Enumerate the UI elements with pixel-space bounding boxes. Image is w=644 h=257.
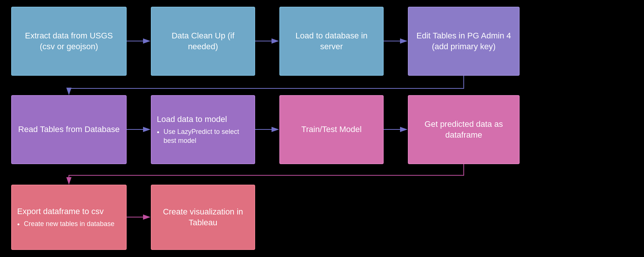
box-data-cleanup-label: Data Clean Up (if needed) bbox=[157, 31, 249, 52]
box-load-model-inner: Load data to model Use LazyPredict to se… bbox=[157, 101, 249, 158]
box-load-model: Load data to model Use LazyPredict to se… bbox=[151, 95, 255, 164]
box-edit-tables-label: Edit Tables in PG Admin 4 (add primary k… bbox=[414, 31, 514, 52]
box-load-model-bullet: Use LazyPredict to select best model bbox=[164, 128, 249, 145]
box-train-test: Train/Test Model bbox=[279, 95, 384, 164]
box-edit-tables: Edit Tables in PG Admin 4 (add primary k… bbox=[408, 7, 520, 76]
arrow-4-5 bbox=[69, 76, 464, 94]
box-export-csv: Export dataframe to csv Create new table… bbox=[11, 185, 127, 250]
box-load-model-title: Load data to model bbox=[157, 114, 227, 125]
box-load-model-list: Use LazyPredict to select best model bbox=[157, 128, 249, 145]
arrow-8-9 bbox=[69, 164, 464, 184]
box-data-cleanup: Data Clean Up (if needed) bbox=[151, 7, 255, 76]
box-export-csv-inner: Export dataframe to csv Create new table… bbox=[17, 191, 121, 244]
box-train-test-label: Train/Test Model bbox=[301, 124, 362, 135]
box-export-csv-bullet: Create new tables in database bbox=[24, 220, 114, 228]
box-read-tables-label: Read Tables from Database bbox=[18, 124, 120, 135]
box-export-csv-title: Export dataframe to csv bbox=[17, 206, 104, 217]
box-extract-data: Extract data from USGS (csv or geojson) bbox=[11, 7, 127, 76]
box-predicted-data-label: Get predicted data as dataframe bbox=[414, 119, 514, 140]
flowchart: Extract data from USGS (csv or geojson) … bbox=[0, 0, 644, 257]
box-extract-data-label: Extract data from USGS (csv or geojson) bbox=[17, 31, 121, 52]
box-read-tables: Read Tables from Database bbox=[11, 95, 127, 164]
box-predicted-data: Get predicted data as dataframe bbox=[408, 95, 520, 164]
box-visualization: Create visualization in Tableau bbox=[151, 185, 255, 250]
box-load-database-label: Load to database in server bbox=[285, 31, 378, 52]
box-export-csv-list: Create new tables in database bbox=[17, 220, 114, 228]
box-visualization-label: Create visualization in Tableau bbox=[157, 207, 249, 228]
box-load-database: Load to database in server bbox=[279, 7, 384, 76]
